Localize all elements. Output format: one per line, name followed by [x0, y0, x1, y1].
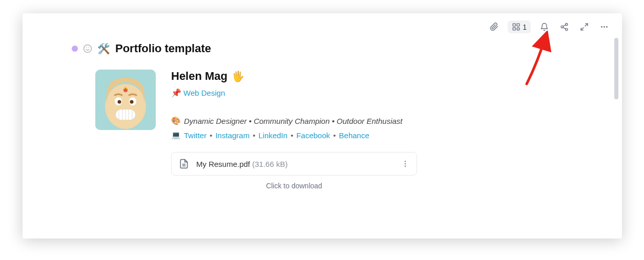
file-name: My Resume.pdf (31.66 kB)	[196, 160, 287, 168]
svg-point-32	[405, 161, 406, 162]
title-row: 🛠️ Portfolio template	[72, 42, 622, 55]
svg-rect-2	[513, 28, 515, 30]
category-link[interactable]: Web Design	[183, 89, 225, 97]
svg-point-28	[130, 100, 134, 104]
download-hint: Click to download	[171, 182, 417, 190]
wave-emoji: 🖐️	[232, 70, 244, 82]
svg-line-7	[563, 28, 566, 29]
expand-button[interactable]	[578, 20, 591, 33]
svg-point-33	[405, 163, 406, 165]
separator: •	[333, 131, 336, 140]
linked-count: 1	[523, 23, 527, 31]
pin-emoji: 📌	[171, 88, 181, 98]
share-icon	[560, 23, 569, 31]
file-size: (31.66 kB)	[252, 160, 287, 168]
svg-point-14	[84, 45, 92, 53]
bell-icon	[540, 23, 549, 31]
share-button[interactable]	[558, 20, 571, 33]
profile-row: Helen Mag 🖐️ 📌 Web Design 🎨 Dynamic Desi…	[72, 70, 622, 190]
svg-point-27	[118, 100, 121, 104]
linkedin-link[interactable]: LinkedIn	[258, 131, 287, 140]
paperclip-icon	[490, 23, 498, 31]
svg-line-10	[581, 28, 584, 30]
name-row: Helen Mag 🖐️	[171, 70, 458, 83]
svg-point-12	[604, 26, 605, 28]
title-emoji: 🛠️	[97, 42, 110, 55]
scrollbar[interactable]	[614, 38, 619, 233]
smiley-icon[interactable]	[83, 44, 92, 53]
file-attachment[interactable]: My Resume.pdf (31.66 kB)	[171, 152, 417, 176]
linked-items-button[interactable]: 1	[508, 20, 531, 33]
profile-name: Helen Mag	[171, 70, 227, 83]
svg-line-9	[585, 24, 588, 26]
document-icon	[179, 159, 189, 169]
modal-card: 1	[23, 13, 622, 239]
attachment-button[interactable]	[488, 20, 501, 33]
page-title: Portfolio template	[115, 42, 211, 55]
separator: •	[253, 131, 255, 140]
toolbar: 1	[488, 20, 611, 33]
instagram-link[interactable]: Instagram	[215, 131, 250, 140]
palette-emoji: 🎨	[171, 116, 181, 125]
ellipsis-icon	[600, 23, 609, 31]
twitter-link[interactable]: Twitter	[184, 131, 206, 140]
separator: •	[210, 131, 212, 140]
tagline-text: Dynamic Designer • Community Champion • …	[184, 117, 403, 125]
scrollbar-thumb[interactable]	[614, 38, 618, 99]
notifications-button[interactable]	[538, 20, 551, 33]
file-menu-button[interactable]	[401, 160, 409, 168]
svg-rect-1	[517, 24, 520, 26]
svg-point-11	[601, 26, 603, 28]
content: 🛠️ Portfolio template	[23, 13, 622, 190]
pin-row: 📌 Web Design	[171, 88, 458, 98]
svg-rect-0	[513, 24, 515, 26]
laptop-emoji: 💻	[171, 131, 181, 140]
svg-line-8	[563, 25, 566, 27]
avatar[interactable]	[95, 70, 156, 130]
more-button[interactable]	[598, 20, 611, 33]
svg-point-34	[405, 165, 406, 167]
profile-info: Helen Mag 🖐️ 📌 Web Design 🎨 Dynamic Desi…	[171, 70, 458, 190]
svg-point-3	[517, 28, 520, 30]
apps-icon	[512, 23, 521, 31]
svg-point-13	[606, 26, 608, 28]
facebook-link[interactable]: Facebook	[296, 131, 330, 140]
status-dot	[72, 46, 78, 52]
social-row: 💻 Twitter • Instagram • LinkedIn • Faceb…	[171, 131, 458, 140]
expand-icon	[580, 23, 589, 31]
behance-link[interactable]: Behance	[339, 131, 369, 140]
tagline-row: 🎨 Dynamic Designer • Community Champion …	[171, 116, 458, 125]
separator: •	[290, 131, 293, 140]
file-name-text: My Resume.pdf	[196, 160, 250, 168]
